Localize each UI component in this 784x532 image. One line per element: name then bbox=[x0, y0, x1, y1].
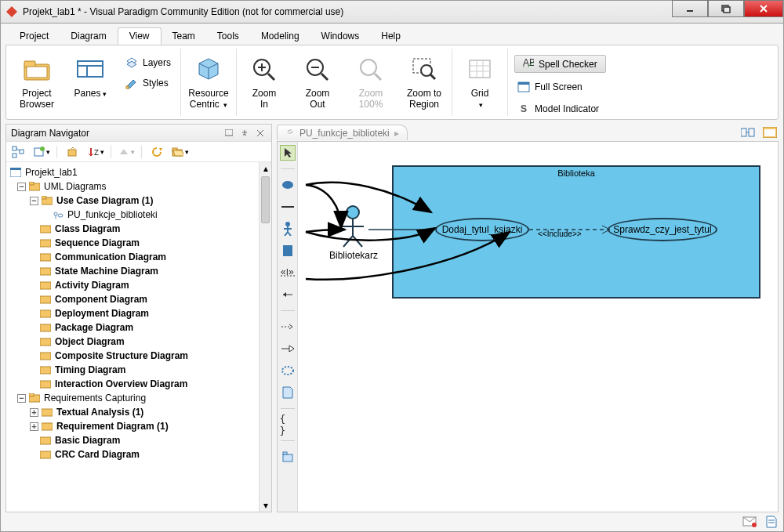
palette-association-icon[interactable] bbox=[280, 199, 296, 215]
nav-tool-new-icon[interactable]: ▾ bbox=[33, 144, 50, 160]
tree-composite[interactable]: Composite Structure Diagram bbox=[8, 349, 270, 363]
window-minimize-button[interactable] bbox=[672, 0, 708, 17]
tree-uml-diagrams[interactable]: −UML Diagrams bbox=[8, 179, 270, 194]
tree-req-capturing[interactable]: −Requirements Capturing bbox=[8, 391, 270, 405]
tree-label: Requirement Diagram (1) bbox=[56, 421, 169, 432]
svg-rect-41 bbox=[13, 147, 16, 150]
tree-object[interactable]: Object Diagram bbox=[8, 335, 270, 349]
tree-requirement[interactable]: +Requirement Diagram (1) bbox=[8, 419, 270, 433]
tree-crc[interactable]: CRC Card Diagram bbox=[8, 447, 270, 461]
ribbon-spell-checker[interactable]: ABC Spell Checker bbox=[514, 55, 606, 73]
ribbon-grid[interactable]: Grid▾ bbox=[459, 52, 501, 110]
window-maximize-button[interactable] bbox=[708, 0, 744, 17]
ribbon-full-screen[interactable]: Full Screen bbox=[514, 79, 606, 95]
nav-tool-collapse-icon[interactable] bbox=[64, 144, 81, 160]
menu-modeling[interactable]: Modeling bbox=[250, 28, 310, 44]
ribbon-model-indicator[interactable]: S Model Indicator bbox=[514, 101, 606, 117]
tree-label: Textual Analysis (1) bbox=[56, 407, 143, 418]
palette-extend-icon[interactable] bbox=[280, 287, 296, 302]
tree-sequence[interactable]: Sequence Diagram bbox=[8, 236, 270, 250]
svg-rect-73 bbox=[40, 353, 51, 360]
nav-tool-up-icon[interactable]: ▾ bbox=[118, 144, 135, 160]
palette-usecase-icon[interactable] bbox=[280, 177, 296, 193]
svg-rect-38 bbox=[225, 129, 233, 136]
tree-package[interactable]: Package Diagram bbox=[8, 320, 270, 335]
palette-constraint-icon[interactable]: { } bbox=[280, 417, 296, 432]
tree-interaction[interactable]: Interaction Overview Diagram bbox=[8, 377, 270, 391]
ribbon-zoom-in[interactable]: Zoom In bbox=[243, 52, 285, 110]
tree-label: Timing Diagram bbox=[55, 364, 125, 375]
menu-project[interactable]: Project bbox=[9, 28, 60, 44]
nav-tool-tree-icon[interactable] bbox=[9, 144, 27, 160]
window-close-button[interactable] bbox=[744, 0, 783, 17]
tree-component[interactable]: Component Diagram bbox=[8, 292, 270, 306]
palette-dependency-icon[interactable] bbox=[280, 319, 296, 335]
ribbon-view: Project Browser Panes▾ Layers Styles bbox=[5, 45, 779, 120]
ribbon-styles-label: Styles bbox=[143, 78, 169, 89]
svg-rect-60 bbox=[42, 196, 46, 199]
ribbon-styles[interactable]: Styles bbox=[122, 75, 174, 91]
nav-tool-open-icon[interactable]: ▾ bbox=[172, 144, 189, 160]
svg-rect-68 bbox=[40, 282, 51, 289]
document-tab-label: PU_funkcje_biblioteki bbox=[299, 128, 390, 139]
tree-state[interactable]: State Machine Diagram bbox=[8, 264, 270, 278]
svg-rect-70 bbox=[40, 310, 51, 317]
tree-basic[interactable]: Basic Diagram bbox=[8, 433, 270, 447]
navigator-tree[interactable]: Projekt_lab1 −UML Diagrams −Use Case Dia… bbox=[6, 162, 271, 512]
tree-scrollbar[interactable]: ▴ ▾ bbox=[259, 162, 271, 512]
tree-activity[interactable]: Activity Diagram bbox=[8, 278, 270, 292]
ribbon-resource-centric[interactable]: Resource Centric ▾ bbox=[187, 52, 230, 110]
diagram-canvas[interactable]: Bibliotekarz Biblioteka Dodaj_tytul_ksia… bbox=[298, 142, 778, 512]
note-page-icon[interactable] bbox=[764, 516, 779, 528]
menu-help[interactable]: Help bbox=[370, 28, 412, 44]
svg-rect-71 bbox=[40, 324, 51, 331]
tree-usecase-item[interactable]: PU_funkcje_biblioteki bbox=[8, 208, 270, 222]
panel-window-icon[interactable] bbox=[223, 128, 235, 139]
document-tab[interactable]: PU_funkcje_biblioteki ▸ bbox=[277, 125, 408, 140]
tree-usecase-folder[interactable]: −Use Case Diagram (1) bbox=[8, 194, 270, 208]
tree-textual[interactable]: +Textual Analysis (1) bbox=[8, 405, 270, 419]
palette-cursor-icon[interactable] bbox=[280, 145, 296, 161]
tree-deployment[interactable]: Deployment Diagram bbox=[8, 306, 270, 320]
svg-rect-82 bbox=[741, 128, 746, 136]
tree-communication[interactable]: Communication Diagram bbox=[8, 250, 270, 264]
svg-line-23 bbox=[321, 74, 328, 80]
ribbon-spell-checker-label: Spell Checker bbox=[539, 59, 597, 70]
panel-icon[interactable] bbox=[761, 125, 779, 139]
palette-package-icon[interactable] bbox=[280, 449, 296, 465]
ribbon-panes-label: Panes▾ bbox=[74, 88, 106, 100]
panel-pin-icon[interactable] bbox=[238, 128, 251, 139]
palette-actor-icon[interactable] bbox=[280, 221, 296, 237]
ribbon-zoom-100[interactable]: Zoom 100% bbox=[350, 52, 392, 110]
document-tabbar: PU_funkcje_biblioteki ▸ bbox=[277, 124, 779, 141]
scroll-up-icon[interactable]: ▴ bbox=[260, 162, 271, 175]
ribbon-layers[interactable]: Layers bbox=[122, 55, 174, 71]
menu-diagram[interactable]: Diagram bbox=[60, 28, 117, 44]
panel-close-icon[interactable] bbox=[254, 128, 267, 139]
svg-rect-42 bbox=[13, 154, 16, 157]
nav-tool-refresh-icon[interactable] bbox=[148, 144, 165, 160]
svg-marker-51 bbox=[159, 148, 162, 151]
palette-include-icon[interactable]: «I» bbox=[280, 265, 296, 280]
menu-team[interactable]: Team bbox=[162, 28, 206, 44]
layout-icon[interactable] bbox=[739, 125, 757, 139]
palette-collaboration-icon[interactable] bbox=[280, 363, 296, 378]
scroll-down-icon[interactable]: ▾ bbox=[260, 499, 271, 512]
palette-system-icon[interactable] bbox=[280, 243, 296, 259]
ribbon-zoom-region[interactable]: Zoom to Region bbox=[403, 52, 445, 110]
messages-icon[interactable] bbox=[742, 516, 757, 528]
nav-tool-sort-icon[interactable]: z▾ bbox=[87, 144, 104, 160]
tab-chevron-icon[interactable]: ▸ bbox=[394, 128, 399, 139]
tree-class[interactable]: Class Diagram bbox=[8, 222, 270, 236]
menu-view[interactable]: View bbox=[118, 27, 162, 45]
tree-timing[interactable]: Timing Diagram bbox=[8, 363, 270, 377]
palette-generalization-icon[interactable] bbox=[280, 341, 296, 356]
tree-root[interactable]: Projekt_lab1 bbox=[8, 165, 270, 179]
menu-windows[interactable]: Windows bbox=[310, 28, 371, 44]
palette-note-icon[interactable] bbox=[280, 385, 296, 400]
ribbon-zoom-out[interactable]: Zoom Out bbox=[296, 52, 339, 110]
ribbon-panes[interactable]: Panes▾ bbox=[69, 52, 111, 100]
ribbon-project-browser[interactable]: Project Browser bbox=[16, 52, 58, 110]
scroll-thumb[interactable] bbox=[261, 176, 270, 223]
menu-tools[interactable]: Tools bbox=[206, 28, 250, 44]
